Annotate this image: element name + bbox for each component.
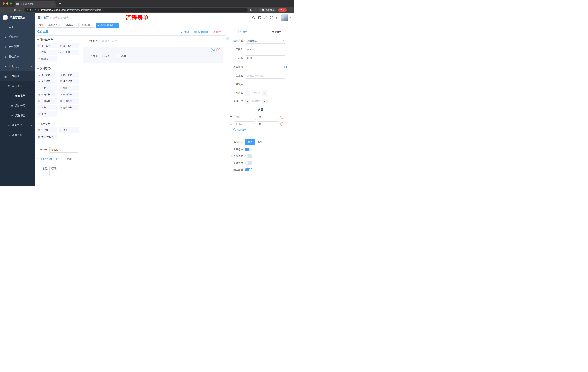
sidebar-item-workflow[interactable]: ▣ 工作流程 [0,71,35,81]
tag-close-icon[interactable]: × [58,24,60,27]
view-json-button[interactable]: 查看json [194,30,208,34]
security-status[interactable]: ⚠ 不安全 [27,9,36,12]
phone-field-row[interactable]: 手机号 [83,38,223,44]
bookmark-star-icon[interactable]: ☆ [254,8,257,12]
option-value-input[interactable] [257,121,279,127]
component-button[interactable]: ☞按钮 [59,128,79,133]
help-icon[interactable]: ? [264,16,267,19]
slider-handle[interactable] [284,66,287,68]
clear-button[interactable]: 清空 [212,30,221,34]
component-switch[interactable]: ◐开关 [37,85,57,91]
search-icon[interactable] [252,16,255,19]
style-default-button[interactable]: 默认 [245,139,255,145]
form-grid-slider[interactable] [245,64,285,70]
decrease-button[interactable]: − [245,99,250,104]
drag-handle-icon[interactable]: ☰ [230,116,233,119]
decrease-button[interactable]: − [245,90,250,96]
update-browser-button[interactable]: 更新 [278,8,286,12]
tag-process-model[interactable]: 流程模型 × [63,23,79,28]
browser-menu-icon[interactable]: ⋮ [289,8,292,12]
component-row-container[interactable]: ▥行容器 [37,128,57,133]
status-on-radio[interactable]: 开启 [50,156,58,162]
sidebar-item-system[interactable]: ⚙ 系统管理 [0,32,35,42]
hamburger-icon[interactable]: ☰ [38,16,41,20]
show-label-toggle[interactable] [245,148,252,151]
component-upload[interactable]: ⇪上传 [37,111,57,117]
selected-gender-field[interactable]: 性别 选项一 选项二 [83,47,223,63]
sidebar-item-process-management[interactable]: ≣ 流程管理 [0,81,35,91]
status-off-radio[interactable]: 关闭 [63,156,72,162]
phone-input[interactable] [100,38,223,44]
gender-option1-checkbox[interactable]: 选项一 [100,54,112,58]
tab-close-icon[interactable]: × [51,3,54,6]
sidebar-item-infrastructure[interactable]: ⊞ 基础设施 [0,52,35,62]
component-select[interactable]: ⊙下拉选择 [37,72,57,77]
component-date-picker[interactable]: ▦日期选择 [37,98,57,104]
component-cascader[interactable]: ⋔级联选择 [59,72,79,77]
sidebar-item-process-model[interactable]: ➤ 流程模型 [0,111,35,120]
component-checkbox-group[interactable]: ☑多选框组 [59,79,79,84]
password-key-icon[interactable] [249,9,252,11]
component-table[interactable]: ▦表格[开发中] [37,134,57,139]
new-tab-button[interactable]: + [58,1,63,6]
breadcrumb-home[interactable]: 首页 [43,16,49,19]
sidebar-item-home[interactable]: ◔ 首页 [0,22,35,32]
delete-field-button[interactable] [217,48,220,52]
option-label-input[interactable] [234,115,256,120]
component-color-picker[interactable]: ◑颜色选择 [59,105,79,110]
sidebar-item-task-management[interactable]: ⋔ 任务管理 [0,120,35,130]
disabled-toggle[interactable] [245,161,252,165]
tab-form-props[interactable]: 表单属性 [260,28,294,35]
close-window-button[interactable] [2,2,5,5]
user-avatar[interactable] [282,14,288,21]
tab-component-props[interactable]: 组件属性 [226,28,260,35]
github-icon[interactable] [258,16,261,19]
back-icon[interactable]: ← [2,8,7,12]
component-rate[interactable]: ☆评分 [37,105,57,110]
address-bar[interactable]: ⚠ 不安全 dashboard.yudao.iocoder.cn/bpm/man… [24,8,248,12]
sidebar-item-user-group[interactable]: ☻ 用户分组 [0,101,35,111]
form-remark-textarea[interactable]: 嘿嘿 [50,166,78,176]
component-slider[interactable]: ⊷滑块 [59,85,79,91]
fullscreen-icon[interactable] [270,16,273,19]
border-toggle[interactable] [245,154,252,158]
default-value-input[interactable] [245,82,285,87]
field-name-input[interactable] [245,47,285,53]
component-editor[interactable]: ✎编辑器 [37,56,57,62]
slider-track[interactable] [245,67,285,67]
link-icon[interactable] [226,37,230,40]
sidebar-item-devtools[interactable]: ⚒ 研发工具 [0,62,35,71]
component-time-range[interactable]: ◔时间范围 [59,92,79,97]
component-type-select[interactable] [245,38,285,44]
component-single-line-text[interactable]: ▭单行文本 [37,43,57,48]
home-icon[interactable]: ⌂ [18,8,22,12]
sidebar-item-leave-query[interactable]: ☺ 请假查询 [0,130,35,140]
min-select-value[interactable]: 至少应选 [250,90,262,96]
component-date-range[interactable]: ▩日期范围 [59,98,79,104]
remove-option-button[interactable]: − [280,116,284,119]
text-size-icon[interactable]: T T [276,16,279,19]
minimize-window-button[interactable] [6,2,8,5]
form-name-input[interactable] [50,147,78,152]
tag-process-form[interactable]: 流程表单 × [80,23,95,28]
increase-button[interactable]: + [262,90,267,96]
remove-option-button[interactable]: − [280,122,284,126]
component-time-picker[interactable]: ◷时间选择 [37,92,57,97]
required-toggle[interactable] [245,168,252,171]
tag-close-icon[interactable]: × [91,24,94,27]
component-password[interactable]: ⊟密码 [37,50,57,55]
avatar-caret-icon[interactable]: ▾ [290,16,291,19]
tag-home[interactable]: 首页 [38,23,45,28]
max-select-value[interactable]: 最多可选 [250,99,262,104]
component-counter[interactable]: 123计数器 [59,50,79,55]
tag-process-definition[interactable]: 流程定义 × [47,23,62,28]
forward-icon[interactable]: → [7,8,12,12]
add-option-button[interactable]: + 添加选项 [233,128,291,131]
title-input[interactable] [245,55,285,61]
style-button-button[interactable]: 按钮 [255,139,265,145]
tag-process-form-edit[interactable]: 流程表单-编辑 × [96,23,119,28]
copy-field-button[interactable] [211,48,215,52]
tag-close-icon[interactable]: × [115,24,117,27]
tag-close-icon[interactable]: × [74,24,77,27]
zoom-window-button[interactable] [10,2,12,5]
